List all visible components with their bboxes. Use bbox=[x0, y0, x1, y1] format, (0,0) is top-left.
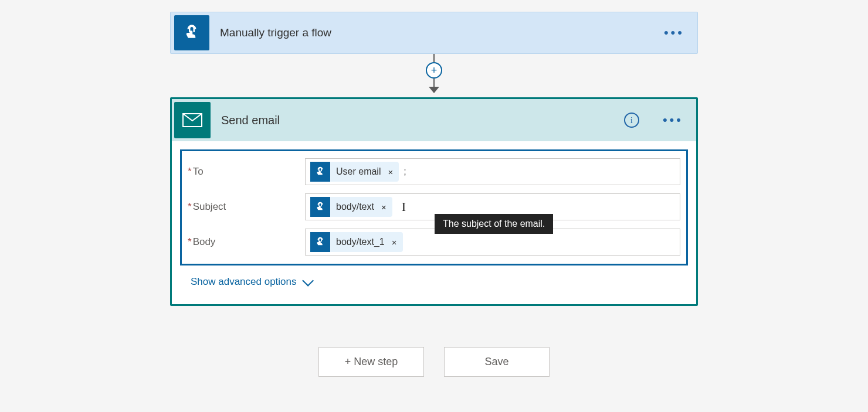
mail-icon bbox=[174, 102, 211, 138]
token-user-email[interactable]: User email × bbox=[310, 162, 399, 182]
field-label: *To bbox=[188, 166, 305, 178]
action-card: Send email i ••• *To User email bbox=[170, 97, 698, 306]
required-asterisk: * bbox=[188, 236, 192, 247]
fields-group: *To User email × ; bbox=[180, 149, 688, 265]
token-label: body/text_1 bbox=[330, 237, 389, 247]
new-step-button[interactable]: + New step bbox=[318, 347, 424, 377]
subject-input[interactable]: body/text × I The subject of the email. bbox=[305, 193, 680, 220]
advanced-options-label: Show advanced options bbox=[191, 276, 297, 288]
separator: ; bbox=[404, 166, 406, 177]
flow-connector: + bbox=[170, 54, 698, 97]
token-label: body/text bbox=[330, 202, 379, 212]
touch-icon bbox=[174, 15, 209, 50]
field-row-to: *To User email × ; bbox=[188, 158, 680, 185]
chevron-down-icon bbox=[302, 275, 314, 287]
info-icon[interactable]: i bbox=[624, 113, 639, 128]
action-header[interactable]: Send email i ••• bbox=[172, 99, 696, 141]
touch-icon bbox=[310, 232, 330, 252]
field-row-body: *Body body/text_1 × bbox=[188, 229, 680, 256]
connector-line bbox=[433, 54, 435, 62]
token-bodytext1[interactable]: body/text_1 × bbox=[310, 232, 403, 252]
save-button[interactable]: Save bbox=[444, 347, 550, 377]
to-label: To bbox=[193, 166, 204, 177]
to-input[interactable]: User email × ; bbox=[305, 158, 680, 185]
body-label: Body bbox=[193, 236, 216, 247]
subject-label: Subject bbox=[193, 201, 226, 212]
close-icon[interactable]: × bbox=[389, 237, 403, 247]
touch-icon bbox=[310, 197, 330, 217]
bottom-buttons: + New step Save bbox=[170, 347, 698, 377]
action-title: Send email bbox=[221, 114, 624, 127]
more-icon[interactable]: ••• bbox=[650, 113, 696, 128]
add-step-icon[interactable]: + bbox=[426, 62, 442, 79]
field-label: *Body bbox=[188, 236, 305, 248]
tooltip: The subject of the email. bbox=[435, 214, 553, 234]
touch-icon bbox=[310, 162, 330, 182]
show-advanced-options-link[interactable]: Show advanced options bbox=[191, 276, 688, 288]
required-asterisk: * bbox=[188, 166, 192, 177]
arrow-down-icon bbox=[429, 87, 439, 93]
more-icon[interactable]: ••• bbox=[651, 25, 697, 40]
required-asterisk: * bbox=[188, 201, 192, 212]
trigger-card[interactable]: Manually trigger a flow ••• bbox=[170, 12, 698, 54]
field-row-subject: *Subject body/text × I The subject of th… bbox=[188, 193, 680, 220]
token-label: User email bbox=[330, 166, 385, 177]
close-icon[interactable]: × bbox=[379, 202, 392, 212]
text-cursor-icon: I bbox=[402, 199, 406, 214]
field-label: *Subject bbox=[188, 201, 305, 213]
trigger-title: Manually trigger a flow bbox=[220, 26, 651, 39]
close-icon[interactable]: × bbox=[385, 167, 399, 177]
token-bodytext[interactable]: body/text × bbox=[310, 197, 392, 217]
connector-line bbox=[433, 79, 435, 87]
